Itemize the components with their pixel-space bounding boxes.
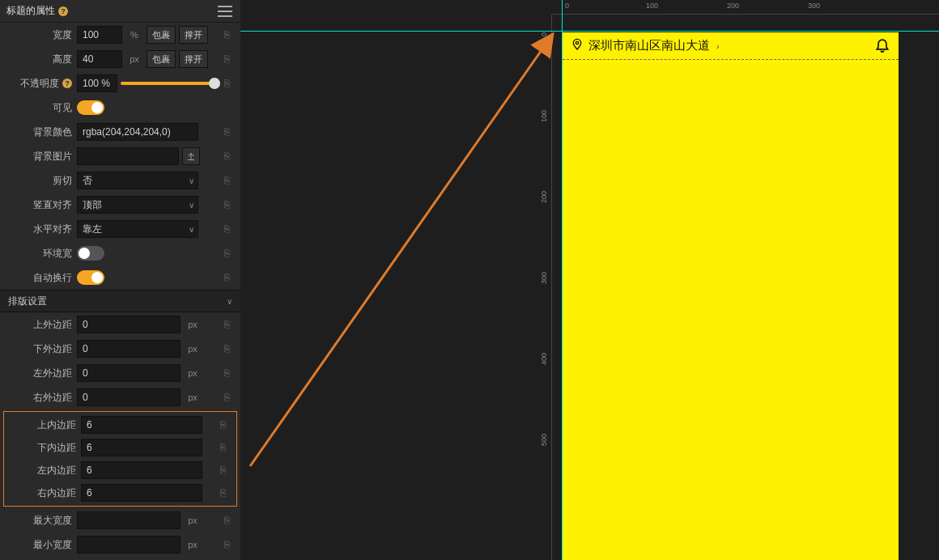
row-padding-right: 右内边距 ⎘ [4, 482, 236, 504]
label-padding-right: 右内边距 [4, 486, 81, 500]
unit[interactable]: px [184, 515, 202, 525]
label-padding-left: 左内边距 [4, 464, 81, 477]
width-unit[interactable]: % [125, 30, 143, 40]
label-bgimage: 背景图片 [0, 150, 77, 163]
link-icon[interactable]: ⎘ [218, 316, 236, 333]
link-icon[interactable]: ⎘ [218, 220, 236, 238]
label-margin-right: 右外边距 [0, 391, 77, 405]
bgcolor-input[interactable] [77, 123, 198, 141]
label-margin-top: 上外边距 [0, 318, 77, 332]
link-icon[interactable]: ⎘ [218, 147, 236, 165]
link-icon[interactable]: ⎘ [218, 172, 236, 189]
link-icon[interactable]: ⎘ [218, 244, 236, 262]
row-halign: 水平对齐 靠左 ∨ ⎘ [0, 217, 240, 241]
link-icon[interactable]: ⎘ [214, 439, 232, 456]
layout-section-title: 排版设置 [8, 295, 47, 308]
row-minwidth: 最小宽度 px ⎘ [0, 532, 240, 557]
opacity-input[interactable] [77, 74, 117, 92]
valign-dropdown[interactable]: 顶部 ∨ [77, 196, 198, 214]
label-padding-bottom: 下内边距 [4, 441, 81, 455]
link-icon[interactable]: ⎘ [214, 484, 232, 502]
layout-section-header[interactable]: 排版设置 ∨ [0, 290, 240, 312]
phone-preview: 深圳市南山区南山大道 › [563, 32, 899, 560]
ruler-tick: 400 [540, 353, 548, 365]
link-icon[interactable]: ⎘ [214, 461, 232, 479]
padding-bottom-input[interactable] [81, 439, 202, 456]
margin-bottom-input[interactable] [77, 340, 181, 358]
link-icon[interactable]: ⎘ [218, 50, 236, 68]
row-visible: 可见 [0, 95, 240, 120]
row-margin-left: 左外边距 px ⎘ [0, 361, 240, 385]
padding-left-input[interactable] [81, 461, 202, 479]
panel-title: 标题的属性 ? [6, 4, 68, 18]
unit[interactable]: px [184, 540, 202, 549]
menu-icon[interactable] [218, 6, 232, 17]
guide-vertical[interactable] [562, 0, 563, 560]
height-input[interactable] [77, 50, 122, 68]
opacity-slider[interactable] [121, 82, 218, 85]
clip-value: 否 [83, 174, 92, 188]
width-expand-button[interactable]: 撑开 [179, 26, 208, 44]
link-icon[interactable]: ⎘ [218, 74, 236, 92]
ruler-tick: 200 [540, 191, 548, 203]
panel-header: 标题的属性 ? [0, 0, 240, 23]
halign-dropdown[interactable]: 靠左 ∨ [77, 220, 198, 238]
unit[interactable]: px [184, 368, 202, 378]
unit[interactable]: px [184, 320, 202, 329]
height-unit[interactable]: px [125, 54, 143, 64]
link-icon[interactable]: ⎘ [218, 269, 236, 286]
row-envwidth: 环境宽 ⎘ [0, 241, 240, 265]
link-icon[interactable]: ⎘ [218, 340, 236, 358]
padding-right-input[interactable] [81, 484, 202, 502]
ruler-horizontal: 0 100 200 300 [552, 0, 939, 15]
help-icon[interactable]: ? [58, 6, 68, 16]
bgimage-input[interactable] [77, 147, 179, 165]
margin-left-input[interactable] [77, 364, 181, 382]
help-icon[interactable]: ? [62, 78, 72, 88]
link-icon[interactable]: ⎘ [218, 364, 236, 382]
height-wrap-button[interactable]: 包裹 [147, 50, 176, 68]
label-margin-left: 左外边距 [0, 367, 77, 380]
location-pin-icon [571, 38, 584, 53]
row-padding-bottom: 下内边距 ⎘ [4, 436, 236, 459]
label-halign: 水平对齐 [0, 223, 77, 236]
link-icon[interactable]: ⎘ [218, 388, 236, 406]
label-maxwidth: 最大宽度 [0, 514, 77, 528]
location-bar[interactable]: 深圳市南山区南山大道 › [563, 32, 899, 60]
panel-title-text: 标题的属性 [6, 4, 55, 18]
minwidth-input[interactable] [77, 536, 181, 554]
link-icon[interactable]: ⎘ [218, 123, 236, 141]
link-icon[interactable]: ⎘ [214, 416, 232, 434]
label-clip: 剪切 [0, 174, 77, 188]
row-bgimage: 背景图片 ⎘ [0, 144, 240, 168]
notification-button[interactable] [874, 36, 890, 55]
margin-right-input[interactable] [77, 388, 181, 406]
ruler-tick: 100 [646, 2, 658, 10]
guide-horizontal[interactable] [240, 31, 939, 32]
visible-toggle[interactable] [77, 100, 104, 115]
width-wrap-button[interactable]: 包裹 [147, 26, 176, 44]
width-input[interactable] [77, 26, 122, 44]
chevron-down-icon: ∨ [189, 201, 194, 210]
chevron-down-icon: ∨ [189, 176, 194, 185]
autowrap-toggle[interactable] [77, 270, 104, 285]
envwidth-toggle[interactable] [77, 246, 104, 261]
margin-top-input[interactable] [77, 316, 181, 333]
link-icon[interactable]: ⎘ [218, 511, 236, 529]
link-icon[interactable]: ⎘ [218, 196, 236, 214]
height-expand-button[interactable]: 撑开 [179, 50, 208, 68]
maxwidth-input[interactable] [77, 511, 181, 529]
location-text: 深圳市南山区南山大道 [588, 38, 710, 53]
label-valign: 竖直对齐 [0, 198, 77, 212]
ruler-tick: 300 [540, 272, 548, 284]
upload-icon[interactable] [182, 147, 200, 165]
link-icon[interactable]: ⎘ [218, 536, 236, 554]
unit[interactable]: px [184, 344, 202, 354]
row-margin-bottom: 下外边距 px ⎘ [0, 337, 240, 361]
row-valign: 竖直对齐 顶部 ∨ ⎘ [0, 193, 240, 217]
halign-value: 靠左 [83, 223, 102, 236]
unit[interactable]: px [184, 392, 202, 402]
padding-top-input[interactable] [81, 416, 202, 434]
link-icon[interactable]: ⎘ [218, 26, 236, 44]
clip-dropdown[interactable]: 否 ∨ [77, 172, 198, 189]
